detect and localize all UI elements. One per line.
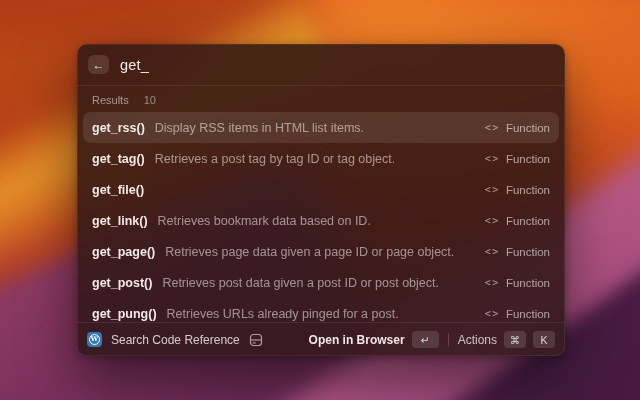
actions-menu-label[interactable]: Actions: [458, 333, 497, 347]
command-key-badge[interactable]: ⌘: [504, 331, 526, 348]
results-header: Results 10: [83, 88, 559, 112]
result-description: Retrieves bookmark data based on ID.: [158, 214, 485, 228]
result-description: Retrieves page data given a page ID or p…: [165, 245, 485, 259]
results-list: Results 10 get_rss() Display RSS items i…: [77, 86, 565, 322]
result-type-label: Function: [506, 308, 550, 320]
back-arrow-icon: ←: [93, 58, 105, 72]
footer-actions: Open in Browser ↵ Actions ⌘ K: [309, 331, 555, 348]
results-label: Results: [92, 94, 129, 106]
result-row[interactable]: get_pung() Retrieves URLs already pinged…: [83, 298, 559, 322]
result-type: <> Function: [485, 277, 550, 289]
wordpress-w-glyph: W: [89, 334, 100, 345]
primary-action-label[interactable]: Open in Browser: [309, 333, 405, 347]
result-description: Retrieves post data given a post ID or p…: [162, 276, 484, 290]
result-row[interactable]: get_post() Retrieves post data given a p…: [83, 267, 559, 298]
result-title: get_file(): [92, 183, 144, 197]
storage-icon: [249, 333, 263, 347]
result-row[interactable]: get_file() <> Function: [83, 174, 559, 205]
result-row[interactable]: get_tag() Retrieves a post tag by tag ID…: [83, 143, 559, 174]
command-name: Search Code Reference: [111, 333, 240, 347]
result-title: get_page(): [92, 245, 155, 259]
code-icon: <>: [485, 215, 500, 226]
result-type: <> Function: [485, 246, 550, 258]
result-title: get_pung(): [92, 307, 157, 321]
result-title: get_tag(): [92, 152, 145, 166]
code-icon: <>: [485, 153, 500, 164]
result-type-label: Function: [506, 153, 550, 165]
result-type: <> Function: [485, 308, 550, 320]
return-key-badge[interactable]: ↵: [412, 331, 439, 348]
result-title: get_post(): [92, 276, 152, 290]
launcher-window: ← get_ Results 10 get_rss() Display RSS …: [77, 44, 565, 356]
result-description: Retrieves a post tag by tag ID or tag ob…: [155, 152, 485, 166]
footer-bar: W Search Code Reference Open in Browser …: [77, 322, 565, 356]
code-icon: <>: [485, 184, 500, 195]
code-icon: <>: [485, 246, 500, 257]
code-icon: <>: [485, 122, 500, 133]
code-icon: <>: [485, 308, 500, 319]
result-type-label: Function: [506, 122, 550, 134]
search-bar: ← get_: [77, 44, 565, 86]
search-input[interactable]: get_: [120, 57, 149, 73]
result-description: Retrieves URLs already pinged for a post…: [167, 307, 485, 321]
result-row[interactable]: get_page() Retrieves page data given a p…: [83, 236, 559, 267]
results-rows: get_rss() Display RSS items in HTML list…: [83, 112, 559, 322]
result-type-label: Function: [506, 246, 550, 258]
result-type: <> Function: [485, 215, 550, 227]
result-type: <> Function: [485, 153, 550, 165]
result-type-label: Function: [506, 215, 550, 227]
result-title: get_link(): [92, 214, 148, 228]
result-description: Display RSS items in HTML list items.: [155, 121, 485, 135]
result-type: <> Function: [485, 122, 550, 134]
result-title: get_rss(): [92, 121, 145, 135]
wordpress-icon: W: [87, 332, 102, 347]
code-icon: <>: [485, 277, 500, 288]
result-row[interactable]: get_link() Retrieves bookmark data based…: [83, 205, 559, 236]
result-row[interactable]: get_rss() Display RSS items in HTML list…: [83, 112, 559, 143]
result-type-label: Function: [506, 184, 550, 196]
result-type: <> Function: [485, 184, 550, 196]
results-count: 10: [144, 94, 156, 106]
k-key-badge[interactable]: K: [533, 331, 555, 348]
result-type-label: Function: [506, 277, 550, 289]
back-button[interactable]: ←: [88, 55, 109, 74]
footer-divider: [448, 333, 449, 346]
